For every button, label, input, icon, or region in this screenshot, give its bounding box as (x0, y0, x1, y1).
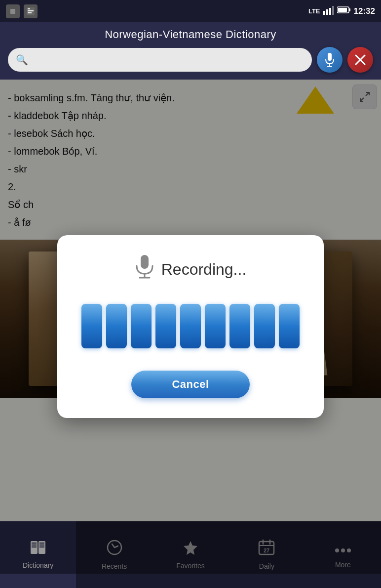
cancel-recording-button[interactable]: Cancel (131, 371, 250, 398)
svg-rect-12 (338, 8, 347, 12)
mic-button[interactable] (317, 47, 343, 73)
search-icon: 🔍 (16, 54, 28, 66)
recording-label: Recording... (161, 260, 247, 279)
signal-icon (323, 6, 334, 17)
recording-modal: Recording... Cancel (57, 235, 324, 418)
lte-label: LTE (308, 7, 320, 15)
status-right: LTE 12:32 (308, 6, 375, 17)
status-left (6, 4, 38, 18)
audio-bar-9 (279, 304, 300, 348)
modal-overlay: Recording... Cancel (0, 80, 381, 574)
svg-rect-13 (328, 53, 332, 61)
close-button[interactable] (347, 47, 373, 73)
search-input[interactable] (33, 55, 304, 64)
phone-icon (6, 4, 20, 18)
audio-bar-1 (81, 304, 102, 348)
clock: 12:32 (354, 6, 375, 16)
svg-rect-6 (323, 11, 325, 15)
audio-bar-2 (106, 304, 127, 348)
audio-bar-8 (254, 304, 275, 348)
audio-bar-3 (131, 304, 152, 348)
svg-rect-4 (28, 12, 32, 13)
svg-rect-8 (329, 8, 331, 15)
audio-bar-5 (180, 304, 201, 348)
recording-mic-icon (135, 255, 154, 284)
app-title: Norwegian-Vietnamese Dictionary (8, 28, 373, 41)
audio-bars (81, 301, 300, 351)
battery-icon (337, 6, 351, 16)
svg-rect-1 (10, 9, 15, 14)
svg-rect-5 (28, 8, 30, 9)
app-header: Norwegian-Vietnamese Dictionary 🔍 (0, 22, 381, 80)
svg-rect-9 (332, 6, 334, 15)
recording-title-row: Recording... (135, 255, 247, 284)
search-bar-container: 🔍 (8, 48, 312, 72)
svg-rect-20 (141, 255, 149, 269)
app-icon (24, 4, 38, 18)
svg-rect-3 (28, 10, 34, 11)
search-row: 🔍 (8, 47, 373, 73)
svg-rect-11 (349, 8, 350, 11)
status-bar: LTE 12:32 (0, 0, 381, 22)
svg-rect-7 (326, 9, 328, 15)
audio-bar-7 (229, 304, 250, 348)
content-area: - boksamling s.fm. Tàng thư, thư viện. -… (0, 80, 381, 574)
audio-bar-6 (205, 304, 226, 348)
audio-bar-4 (155, 304, 176, 348)
